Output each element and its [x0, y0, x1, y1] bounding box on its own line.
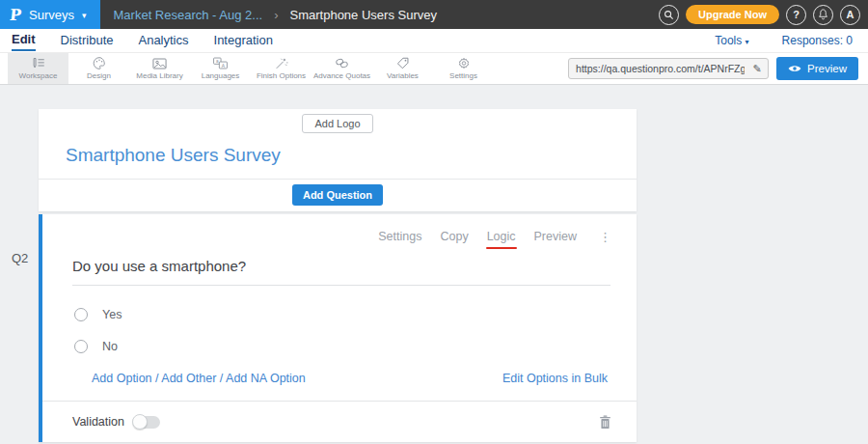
survey-header-card: Add Logo Smartphone Users Survey Add Que…: [39, 109, 637, 211]
top-bar: P Surveys ▾ Market Research - Aug 2... ›…: [0, 0, 868, 29]
option-label[interactable]: Yes: [102, 308, 122, 321]
add-option-link[interactable]: Add Option: [92, 372, 152, 385]
validation-label: Validation: [72, 415, 124, 429]
answer-options: Yes No: [74, 308, 637, 353]
nav-tab-distribute[interactable]: Distribute: [61, 31, 114, 50]
option-row-yes[interactable]: Yes: [74, 308, 637, 321]
tab-settings[interactable]: Settings: [378, 230, 421, 243]
tab-preview[interactable]: Preview: [534, 230, 577, 243]
breadcrumb-chevron-icon: ›: [274, 8, 278, 22]
nav-tab-analytics[interactable]: Analytics: [138, 31, 188, 50]
search-button[interactable]: [659, 5, 679, 25]
share-url-input[interactable]: [569, 63, 746, 74]
option-links: Add Option / Add Other / Add NA Option: [92, 372, 306, 385]
option-label[interactable]: No: [102, 340, 118, 353]
toolbar-item-finish-options[interactable]: Finish Options: [251, 53, 312, 84]
tab-logic[interactable]: Logic: [487, 230, 516, 243]
toolbar-item-variables[interactable]: Variables: [372, 53, 433, 84]
add-logo-button[interactable]: Add Logo: [302, 114, 372, 133]
breadcrumb-survey: Smartphone Users Survey: [290, 8, 437, 22]
validation-toggle[interactable]: [134, 416, 160, 429]
radio-icon[interactable]: [74, 308, 88, 321]
image-icon: [152, 58, 167, 69]
radio-icon[interactable]: [74, 340, 88, 353]
main-nav: Edit Distribute Analytics Integration To…: [0, 29, 868, 53]
avatar-initial: A: [847, 9, 854, 20]
add-question-button-top[interactable]: Add Question: [292, 184, 383, 206]
topbar-actions: Upgrade Now ? A: [659, 0, 868, 29]
toolbar-item-workspace[interactable]: Workspace: [8, 53, 68, 84]
gear-icon: [457, 57, 471, 69]
languages-icon: aA: [213, 57, 228, 69]
preview-button[interactable]: Preview: [776, 57, 858, 80]
share-url-box: ✎: [568, 58, 769, 79]
kebab-menu-icon[interactable]: ⋮: [595, 231, 615, 243]
chevron-down-icon: ▾: [82, 11, 87, 20]
svg-text:a: a: [216, 59, 219, 64]
help-button[interactable]: ?: [786, 5, 806, 25]
eye-icon: [788, 64, 801, 73]
search-icon: [664, 10, 674, 20]
toolbar-item-media-library[interactable]: Media Library: [129, 53, 190, 84]
question-mark-icon: ?: [793, 9, 800, 20]
slash-separator: /: [220, 372, 223, 385]
tab-copy[interactable]: Copy: [440, 230, 468, 243]
nav-tab-integration[interactable]: Integration: [214, 31, 273, 50]
upgrade-now-button[interactable]: Upgrade Now: [686, 5, 779, 24]
questionpro-logo-icon: P: [9, 6, 22, 24]
workspace-icon: [31, 57, 45, 69]
question-number: Q2: [12, 251, 28, 265]
notifications-button[interactable]: [813, 5, 833, 25]
slash-separator: /: [155, 372, 158, 385]
trash-icon: [599, 415, 611, 430]
add-other-link[interactable]: Add Other: [161, 372, 216, 385]
question-card: Q2 Settings Copy Logic Preview ⋮ Do you …: [39, 214, 637, 442]
survey-title[interactable]: Smartphone Users Survey: [39, 136, 637, 179]
account-avatar[interactable]: A: [840, 5, 860, 25]
product-name: Surveys: [29, 8, 74, 22]
option-row-no[interactable]: No: [74, 340, 637, 353]
chevron-down-icon: ▾: [746, 38, 749, 46]
palette-icon: [93, 57, 106, 69]
toolbar-item-settings[interactable]: Settings: [433, 53, 494, 84]
edit-url-pencil-icon[interactable]: ✎: [746, 63, 768, 75]
responses-count[interactable]: Responses: 0: [782, 34, 853, 47]
edit-options-bulk-link[interactable]: Edit Options in Bulk: [502, 372, 608, 385]
add-question-row: Add Question: [39, 180, 637, 211]
breadcrumb-folder[interactable]: Market Research - Aug 2...: [114, 8, 263, 22]
question-text[interactable]: Do you use a smartphone?: [72, 258, 610, 286]
option-links-row: Add Option / Add Other / Add NA Option E…: [92, 372, 608, 401]
tools-menu[interactable]: Tools ▾: [715, 34, 748, 47]
survey-canvas: Add Logo Smartphone Users Survey Add Que…: [0, 85, 868, 444]
toolbar-item-advance-quotas[interactable]: Advance Quotas: [312, 53, 372, 84]
validation-row: Validation: [42, 401, 637, 442]
magic-wand-icon: [275, 57, 288, 69]
breadcrumb: Market Research - Aug 2... › Smartphone …: [100, 0, 437, 29]
chain-links-icon: [335, 57, 349, 69]
logo-row: Add Logo: [39, 109, 637, 136]
nav-right: Tools ▾ Responses: 0: [715, 34, 856, 47]
bell-icon: [818, 9, 828, 20]
question-tabs: Settings Copy Logic Preview ⋮: [42, 214, 637, 243]
toolbar-item-design[interactable]: Design: [68, 53, 129, 84]
delete-question-button[interactable]: [599, 415, 611, 430]
nav-tab-edit[interactable]: Edit: [12, 30, 36, 51]
surveys-product-menu[interactable]: P Surveys ▾: [0, 0, 100, 29]
editor-toolbar: Workspace Design Media Library aA Langua…: [0, 53, 868, 85]
toggle-knob: [132, 414, 148, 430]
add-na-option-link[interactable]: Add NA Option: [226, 372, 306, 385]
tag-icon: [396, 57, 410, 69]
toolbar-item-languages[interactable]: aA Languages: [190, 53, 251, 84]
